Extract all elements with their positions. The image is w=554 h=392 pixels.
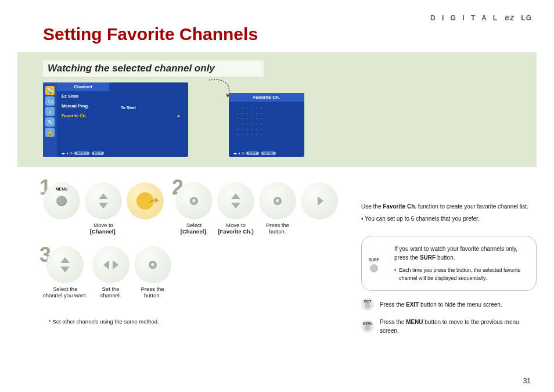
satellite-dish-icon: [136, 192, 154, 210]
cap-press-button-2: Press the button.: [141, 286, 164, 300]
cap-empty-3: [319, 222, 321, 236]
tv-item-favoritech-label: Favorite Ch.: [62, 113, 87, 118]
cap-move-channel: Move to[Channel].: [90, 222, 117, 236]
chevron-down-icon: [60, 267, 70, 272]
tv-screen-channel-menu: 📡 ▭ ♪ ✎ 🔒 Channel Ez Scan Manual Prog. F…: [43, 82, 188, 157]
chevron-right-icon: [113, 260, 118, 269]
remote-menu-button: MENU: [43, 182, 80, 220]
cap-set-channel: Set the channel.: [100, 286, 121, 300]
tv2-menu-pill: MENU: [261, 152, 276, 155]
cap-empty-1: [61, 222, 63, 236]
chevron-down-icon: [231, 203, 240, 208]
nav-arrows-icon: ◂▸ ♦: [233, 152, 240, 155]
surf-button-graphic: SURF: [369, 257, 379, 272]
surf-label: SURF: [369, 257, 379, 263]
brand-digital: D I G I T A L: [430, 14, 499, 22]
chevron-down-icon: [99, 203, 108, 208]
cap-select-channel-want: Select the channel you want.: [43, 286, 88, 300]
exit-hint-text: Press the EXIT button to hide the menu s…: [380, 300, 502, 309]
menu-hint-text: Press the MENU button to move to the pre…: [380, 318, 537, 335]
remote-right-button: [301, 182, 338, 220]
remote-leftright-button: [92, 246, 129, 283]
fav-slot-3: - - - - - -: [229, 116, 304, 121]
fav-slot-2: - - - - - -: [229, 110, 304, 116]
remote-updown-button-3: [46, 246, 84, 283]
chevron-left-icon: [103, 260, 109, 269]
tv2-exit-pill: EXIT: [246, 152, 258, 155]
chevron-up-icon: [231, 193, 240, 199]
picture-icon: ▭: [45, 96, 55, 106]
fav-slot-5: - - - - - -: [229, 126, 304, 131]
subheading: Watching the selected channel only: [43, 60, 264, 77]
brand-lg: LG: [521, 14, 532, 22]
cap-move-favorite: Move to[Favorite Ch.]: [218, 222, 253, 236]
remote-updown-button: [85, 182, 122, 220]
footnote: * Set other channels using the same meth…: [49, 318, 338, 325]
surf-note-bullet: Each time you press the button, the sele…: [394, 267, 527, 282]
top-green-band: Watching the selected channel only 📡 ▭ ♪…: [17, 52, 537, 167]
remote-updown-button-2: [217, 182, 254, 220]
tv2-footer-hint: ◂▸ ♦ ⊙ EXIT MENU: [233, 151, 276, 155]
enter-icon: ⊙: [70, 152, 73, 155]
nav-arrows-icon: ◂▸ ♦: [62, 152, 69, 155]
footer-exit-pill: EXIT: [92, 152, 104, 155]
exit-button-graphic: EXIT: [361, 298, 374, 311]
exit-hint-row: EXIT Press the EXIT button to hide the m…: [361, 298, 537, 311]
menu-hint-row: MENU Press the MENU button to move to th…: [361, 318, 537, 335]
tv-sidebar: 📡 ▭ ♪ ✎ 🔒: [43, 82, 57, 157]
cap-press-button-1: Press thebutton.: [266, 222, 289, 236]
tv-item-favoritech: Favorite Ch. ▸: [57, 111, 188, 121]
tv-footer-hint: ◂▸ ♦ ⊙ MENU EXIT: [62, 151, 105, 155]
surf-note-line1: If you want to watch your favorite chann…: [394, 244, 527, 262]
tv-screen-favorite-list: Favorite Ch. - - - - - - - - - - - - - -…: [229, 93, 304, 157]
remote-ok-button-2: [259, 182, 296, 220]
lock-icon: 🔒: [45, 128, 55, 137]
tv-right-label: To Start: [121, 106, 136, 110]
fav-slot-6: - - - - - -: [229, 131, 304, 136]
sound-icon: ♪: [45, 107, 55, 116]
remote-ok-button-3: [134, 246, 171, 283]
brand-label: D I G I T A L ez LG: [430, 13, 532, 22]
tv-menu-title: Channel: [57, 82, 109, 91]
tv-item-ezscan: Ez Scan: [57, 91, 188, 101]
right-arrow-icon: [155, 197, 159, 203]
tv2-title: Favorite Ch.: [229, 93, 304, 102]
surf-note-box: SURF If you want to watch your favorite …: [361, 236, 537, 291]
remote-dish-button: [127, 182, 164, 220]
menu-button-label: MENU: [56, 187, 68, 191]
enter-icon: ⊙: [242, 152, 244, 155]
footer-menu-pill: MENU: [74, 152, 89, 155]
fav-slot-1: - - - - - -: [229, 105, 304, 110]
brand-ez: ez: [505, 13, 515, 22]
chevron-up-icon: [60, 257, 70, 263]
cap-empty-2: [145, 222, 146, 236]
satellite-icon: 📡: [45, 86, 55, 95]
right-arrow-icon: ▸: [178, 113, 180, 118]
chevron-right-icon: [318, 196, 323, 206]
right-column: Use the Favorite Ch. function to create …: [361, 178, 537, 335]
tag-icon: ✎: [45, 117, 55, 127]
steps-area: 1 2 3 MENU Move: [43, 178, 338, 335]
menu-button-graphic: MENU: [361, 320, 374, 333]
remote-ok-button: [175, 182, 213, 220]
page-number: 31: [523, 377, 531, 385]
fav-slot-4: - - - - - -: [229, 121, 304, 126]
intro-line1: Use the Favorite Ch. function to create …: [361, 202, 537, 211]
intro-line2: • You can set up to 6 channels that you …: [361, 214, 537, 223]
page-title: Setting Favorite Channels: [43, 24, 537, 44]
cap-select-channel: Select[Channel].: [181, 222, 207, 236]
chevron-up-icon: [99, 193, 108, 199]
